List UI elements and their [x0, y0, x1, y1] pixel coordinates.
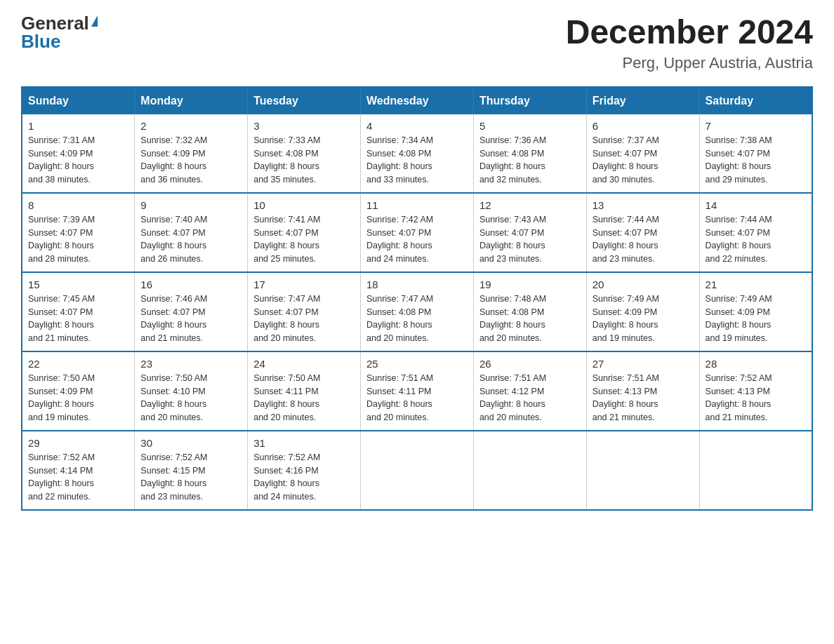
- calendar-cell: 10 Sunrise: 7:41 AMSunset: 4:07 PMDaylig…: [248, 193, 361, 272]
- day-info: Sunrise: 7:40 AMSunset: 4:07 PMDaylight:…: [140, 213, 241, 266]
- day-number: 25: [366, 358, 468, 370]
- day-info: Sunrise: 7:50 AMSunset: 4:10 PMDaylight:…: [140, 372, 241, 424]
- header-row: SundayMondayTuesdayWednesdayThursdayFrid…: [22, 87, 812, 114]
- day-info: Sunrise: 7:37 AMSunset: 4:07 PMDaylight:…: [593, 134, 694, 187]
- day-info: Sunrise: 7:48 AMSunset: 4:08 PMDaylight:…: [479, 293, 581, 345]
- header-day-tuesday: Tuesday: [248, 87, 361, 114]
- page-header: General Blue December 2024 Perg, Upper A…: [21, 14, 813, 72]
- day-number: 5: [479, 120, 581, 132]
- day-number: 11: [366, 199, 468, 211]
- day-number: 20: [593, 279, 694, 290]
- calendar-cell: 17 Sunrise: 7:47 AMSunset: 4:07 PMDaylig…: [248, 272, 361, 351]
- header-day-thursday: Thursday: [473, 87, 586, 114]
- day-info: Sunrise: 7:49 AMSunset: 4:09 PMDaylight:…: [706, 293, 806, 345]
- calendar-cell: 20 Sunrise: 7:49 AMSunset: 4:09 PMDaylig…: [586, 272, 699, 351]
- day-number: 13: [593, 199, 694, 211]
- header-day-saturday: Saturday: [699, 87, 812, 114]
- calendar-cell: 15 Sunrise: 7:45 AMSunset: 4:07 PMDaylig…: [22, 272, 135, 351]
- calendar-week-4: 22 Sunrise: 7:50 AMSunset: 4:09 PMDaylig…: [22, 351, 812, 431]
- calendar-table: SundayMondayTuesdayWednesdayThursdayFrid…: [21, 86, 813, 511]
- day-info: Sunrise: 7:52 AMSunset: 4:14 PMDaylight:…: [28, 451, 128, 504]
- day-info: Sunrise: 7:47 AMSunset: 4:07 PMDaylight:…: [253, 293, 355, 345]
- calendar-cell: [473, 431, 586, 510]
- calendar-cell: 7 Sunrise: 7:38 AMSunset: 4:07 PMDayligh…: [699, 114, 812, 193]
- day-number: 22: [28, 358, 128, 370]
- day-info: Sunrise: 7:44 AMSunset: 4:07 PMDaylight:…: [593, 213, 694, 266]
- day-info: Sunrise: 7:33 AMSunset: 4:08 PMDaylight:…: [253, 134, 355, 187]
- calendar-cell: 1 Sunrise: 7:31 AMSunset: 4:09 PMDayligh…: [22, 114, 135, 193]
- calendar-week-2: 8 Sunrise: 7:39 AMSunset: 4:07 PMDayligh…: [22, 193, 812, 272]
- calendar-cell: 13 Sunrise: 7:44 AMSunset: 4:07 PMDaylig…: [586, 193, 699, 272]
- calendar-cell: 24 Sunrise: 7:50 AMSunset: 4:11 PMDaylig…: [248, 351, 361, 431]
- calendar-week-3: 15 Sunrise: 7:45 AMSunset: 4:07 PMDaylig…: [22, 272, 812, 351]
- calendar-cell: 8 Sunrise: 7:39 AMSunset: 4:07 PMDayligh…: [22, 193, 135, 272]
- day-info: Sunrise: 7:45 AMSunset: 4:07 PMDaylight:…: [28, 293, 128, 345]
- header-day-monday: Monday: [135, 87, 248, 114]
- day-number: 31: [253, 437, 355, 449]
- day-info: Sunrise: 7:51 AMSunset: 4:11 PMDaylight:…: [366, 372, 468, 424]
- day-info: Sunrise: 7:49 AMSunset: 4:09 PMDaylight:…: [593, 293, 694, 345]
- day-info: Sunrise: 7:51 AMSunset: 4:12 PMDaylight:…: [479, 372, 581, 424]
- day-info: Sunrise: 7:42 AMSunset: 4:07 PMDaylight:…: [366, 213, 468, 266]
- day-number: 17: [253, 279, 355, 290]
- calendar-cell: 29 Sunrise: 7:52 AMSunset: 4:14 PMDaylig…: [22, 431, 135, 510]
- calendar-cell: 26 Sunrise: 7:51 AMSunset: 4:12 PMDaylig…: [473, 351, 586, 431]
- day-info: Sunrise: 7:36 AMSunset: 4:08 PMDaylight:…: [479, 134, 581, 187]
- day-number: 3: [253, 120, 355, 132]
- calendar-cell: 23 Sunrise: 7:50 AMSunset: 4:10 PMDaylig…: [135, 351, 248, 431]
- calendar-cell: 12 Sunrise: 7:43 AMSunset: 4:07 PMDaylig…: [473, 193, 586, 272]
- calendar-cell: 21 Sunrise: 7:49 AMSunset: 4:09 PMDaylig…: [699, 272, 812, 351]
- logo: General Blue: [21, 14, 98, 51]
- day-info: Sunrise: 7:31 AMSunset: 4:09 PMDaylight:…: [28, 134, 128, 187]
- calendar-cell: 30 Sunrise: 7:52 AMSunset: 4:15 PMDaylig…: [135, 431, 248, 510]
- day-info: Sunrise: 7:39 AMSunset: 4:07 PMDaylight:…: [28, 213, 128, 266]
- day-number: 29: [28, 437, 128, 449]
- calendar-cell: [699, 431, 812, 510]
- calendar-body: 1 Sunrise: 7:31 AMSunset: 4:09 PMDayligh…: [22, 114, 812, 510]
- day-info: Sunrise: 7:34 AMSunset: 4:08 PMDaylight:…: [366, 134, 468, 187]
- calendar-cell: 27 Sunrise: 7:51 AMSunset: 4:13 PMDaylig…: [586, 351, 699, 431]
- day-number: 30: [140, 437, 241, 449]
- day-info: Sunrise: 7:50 AMSunset: 4:09 PMDaylight:…: [28, 372, 128, 424]
- calendar-cell: 31 Sunrise: 7:52 AMSunset: 4:16 PMDaylig…: [248, 431, 361, 510]
- calendar-cell: 22 Sunrise: 7:50 AMSunset: 4:09 PMDaylig…: [22, 351, 135, 431]
- day-info: Sunrise: 7:52 AMSunset: 4:13 PMDaylight:…: [706, 372, 806, 424]
- calendar-cell: 25 Sunrise: 7:51 AMSunset: 4:11 PMDaylig…: [361, 351, 474, 431]
- calendar-cell: 28 Sunrise: 7:52 AMSunset: 4:13 PMDaylig…: [699, 351, 812, 431]
- calendar-header: SundayMondayTuesdayWednesdayThursdayFrid…: [22, 87, 812, 114]
- logo-triangle-icon: [91, 15, 98, 27]
- header-day-sunday: Sunday: [22, 87, 135, 114]
- day-number: 26: [479, 358, 581, 370]
- day-info: Sunrise: 7:52 AMSunset: 4:15 PMDaylight:…: [140, 451, 241, 504]
- day-info: Sunrise: 7:47 AMSunset: 4:08 PMDaylight:…: [366, 293, 468, 345]
- calendar-cell: 3 Sunrise: 7:33 AMSunset: 4:08 PMDayligh…: [248, 114, 361, 193]
- day-number: 7: [706, 120, 806, 132]
- day-number: 21: [706, 279, 806, 290]
- calendar-cell: 16 Sunrise: 7:46 AMSunset: 4:07 PMDaylig…: [135, 272, 248, 351]
- calendar-cell: 14 Sunrise: 7:44 AMSunset: 4:07 PMDaylig…: [699, 193, 812, 272]
- day-number: 8: [28, 199, 128, 211]
- day-number: 18: [366, 279, 468, 290]
- logo-general-text: General: [21, 14, 89, 32]
- header-day-wednesday: Wednesday: [361, 87, 474, 114]
- logo-blue-text: Blue: [21, 32, 60, 51]
- calendar-week-5: 29 Sunrise: 7:52 AMSunset: 4:14 PMDaylig…: [22, 431, 812, 510]
- day-number: 19: [479, 279, 581, 290]
- day-number: 12: [479, 199, 581, 211]
- calendar-cell: 18 Sunrise: 7:47 AMSunset: 4:08 PMDaylig…: [361, 272, 474, 351]
- title-section: December 2024 Perg, Upper Austria, Austr…: [566, 14, 813, 72]
- day-info: Sunrise: 7:38 AMSunset: 4:07 PMDaylight:…: [706, 134, 806, 187]
- calendar-cell: 4 Sunrise: 7:34 AMSunset: 4:08 PMDayligh…: [361, 114, 474, 193]
- header-day-friday: Friday: [586, 87, 699, 114]
- day-number: 28: [706, 358, 806, 370]
- calendar-cell: [361, 431, 474, 510]
- calendar-cell: 2 Sunrise: 7:32 AMSunset: 4:09 PMDayligh…: [135, 114, 248, 193]
- calendar-cell: [586, 431, 699, 510]
- day-number: 15: [28, 279, 128, 290]
- day-info: Sunrise: 7:32 AMSunset: 4:09 PMDaylight:…: [140, 134, 241, 187]
- main-title: December 2024: [566, 14, 813, 51]
- calendar-cell: 5 Sunrise: 7:36 AMSunset: 4:08 PMDayligh…: [473, 114, 586, 193]
- day-number: 23: [140, 358, 241, 370]
- day-number: 14: [706, 199, 806, 211]
- day-number: 1: [28, 120, 128, 132]
